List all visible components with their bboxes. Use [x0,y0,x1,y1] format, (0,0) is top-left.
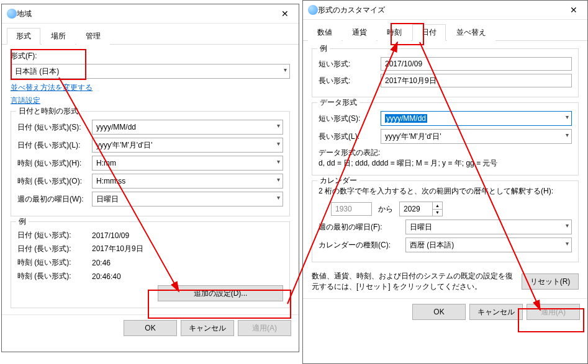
first-day-dropdown[interactable]: 日曜日▾ [92,192,283,206]
close-icon[interactable]: ✕ [559,1,587,19]
first-day-label: 週の最初の曜日(W): [17,194,92,205]
long-time-dropdown[interactable]: H:mm:ss▾ [92,174,283,189]
chevron-down-icon: ▾ [566,131,569,138]
ok-button[interactable]: OK [124,320,177,336]
ok-button[interactable]: OK [412,304,466,320]
chevron-down-icon: ▾ [566,240,569,247]
tab-date[interactable]: 日付 [412,24,446,41]
tab-number[interactable]: 数値 [308,24,341,41]
year-to-spinner[interactable]: 2029▲▼ [399,202,443,216]
long-date-dropdown[interactable]: yyyy'年'M'月'd'日'▾ [92,138,283,153]
ex-short-time-value: 20:46 [92,259,111,267]
region-buttons: OK キャンセル 適用(A) [2,314,299,341]
close-icon[interactable]: ✕ [271,4,299,23]
long-date-label: 日付 (長い形式)(L): [17,140,92,151]
chevron-down-icon: ▾ [277,158,280,165]
chevron-down-icon: ▾ [277,176,280,183]
short-time-label: 時刻 (短い形式)(H): [17,158,92,169]
cal-type-dropdown[interactable]: 西暦 (日本語)▾ [405,237,572,252]
notation-text: d, dd = 日; ddd, dddd = 曜日; M = 月; y = 年;… [319,158,572,169]
customize-titlebar: 形式のカスタマイズ ✕ [303,1,587,20]
short-date-dropdown[interactable]: yyyy/MM/dd▾ [92,120,283,135]
language-settings-link[interactable]: 言語設定 [11,96,40,105]
cal-first-day-label: 週の最初の曜日(F): [319,222,405,233]
calendar-group: カレンダー 2 桁の数字で年を入力すると、次の範囲内での暦年として解釈する(H)… [312,180,579,262]
short-date-label: 日付 (短い形式)(S): [17,122,92,133]
tab-currency[interactable]: 通貨 [343,24,376,41]
ex-short-time-label: 時刻 (短い形式): [17,257,92,268]
region-titlebar: 地域 ✕ [2,4,299,24]
globe-icon [7,9,17,19]
datetime-format-legend: 日付と時刻の形式 [16,106,81,117]
short-time-dropdown[interactable]: H:mm▾ [92,156,283,171]
tab-sort[interactable]: 並べ替え [447,24,495,41]
cancel-button[interactable]: キャンセル [181,320,234,336]
calendar-text: 2 桁の数字で年を入力すると、次の範囲内での暦年として解釈する(H): [319,186,572,197]
ex-long-time-label: 時刻 (長い形式): [17,271,92,282]
cal-type-label: カレンダーの種類(C): [319,240,405,251]
ex-short-date-label: 日付 (短い形式): [17,230,92,241]
format-label: 形式(F): [11,51,37,61]
tab-location[interactable]: 場所 [42,28,75,45]
ex-long-date-label: 日付 (長い形式): [17,244,92,254]
chevron-down-icon: ▾ [277,140,280,147]
calendar-legend: カレンダー [317,175,360,186]
long-data-dropdown[interactable]: yyyy'年'M'月'd'日'▾ [381,129,572,144]
long-format-label: 長い形式: [319,76,381,86]
year-from-value: 1930 [331,202,372,216]
spinner-up-icon[interactable]: ▲ [432,202,442,210]
format-value: 日本語 (日本) [15,66,59,77]
custom-example-legend: 例 [317,43,330,54]
year-from-suffix: から [378,204,393,215]
example-legend: 例 [16,216,29,227]
ex-short-date-value: 2017/10/09 [92,231,129,240]
sort-method-link[interactable]: 並べ替え方法を変更する [11,83,93,92]
chevron-down-icon: ▾ [566,113,569,120]
globe-icon [308,5,318,15]
short-data-dropdown[interactable]: yyyy/MM/dd▾ [381,111,572,126]
long-format-value: 2017年10月9日 [381,74,572,87]
customize-tabs: 数値 通貨 時刻 日付 並べ替え [303,20,587,41]
chevron-down-icon: ▾ [566,222,569,229]
region-tabs: 形式 場所 管理 [2,24,299,45]
spinner-down-icon[interactable]: ▼ [432,210,442,216]
reset-text: 数値、通貨、時刻、および日付のシステムの既定の設定を復元するには、[リセット] … [312,271,522,292]
chevron-down-icon: ▾ [277,122,280,129]
short-data-label: 短い形式(S): [319,113,381,124]
short-format-label: 短い形式: [319,59,381,69]
customize-title: 形式のカスタマイズ [318,5,559,16]
customize-dialog: 形式のカスタマイズ ✕ 数値 通貨 時刻 日付 並べ替え 例 短い形式:2017… [302,0,588,364]
long-time-label: 時刻 (長い形式)(O): [17,176,92,187]
tab-admin[interactable]: 管理 [76,28,110,45]
datetime-format-group: 日付と時刻の形式 日付 (短い形式)(S):yyyy/MM/dd▾ 日付 (長い… [11,111,290,216]
ex-long-date-value: 2017年10月9日 [92,244,143,254]
chevron-down-icon: ▾ [277,194,280,201]
chevron-down-icon: ▾ [284,66,287,73]
short-format-value: 2017/10/09 [381,57,572,71]
notation-label: データ形式の表記: [319,148,572,158]
tab-time[interactable]: 時刻 [378,24,411,41]
custom-example-group: 例 短い形式:2017/10/09 長い形式:2017年10月9日 [312,48,579,97]
cancel-button[interactable]: キャンセル [469,304,523,320]
region-title: 地域 [17,9,271,19]
ex-long-time-value: 20:46:40 [92,272,121,281]
example-group: 例 日付 (短い形式):2017/10/09 日付 (長い形式):2017年10… [11,221,290,308]
apply-button[interactable]: 適用(A) [238,320,291,336]
format-dropdown[interactable]: 日本語 (日本) ▾ [11,64,290,79]
region-dialog: 地域 ✕ 形式 場所 管理 形式(F): 日本語 (日本) ▾ 並べ替え方法を変… [1,4,299,352]
cal-first-day-dropdown[interactable]: 日曜日▾ [405,220,572,234]
apply-button[interactable]: 適用(A) [527,304,580,320]
customize-buttons: OK キャンセル 適用(A) [303,298,587,325]
tab-format[interactable]: 形式 [7,28,40,45]
reset-button[interactable]: リセット(R) [522,273,579,290]
data-format-legend: データ形式 [317,97,360,108]
data-format-group: データ形式 短い形式(S):yyyy/MM/dd▾ 長い形式(L):yyyy'年… [312,102,579,175]
additional-settings-button[interactable]: 追加の設定(D)... [158,285,283,301]
long-data-label: 長い形式(L): [319,131,381,142]
